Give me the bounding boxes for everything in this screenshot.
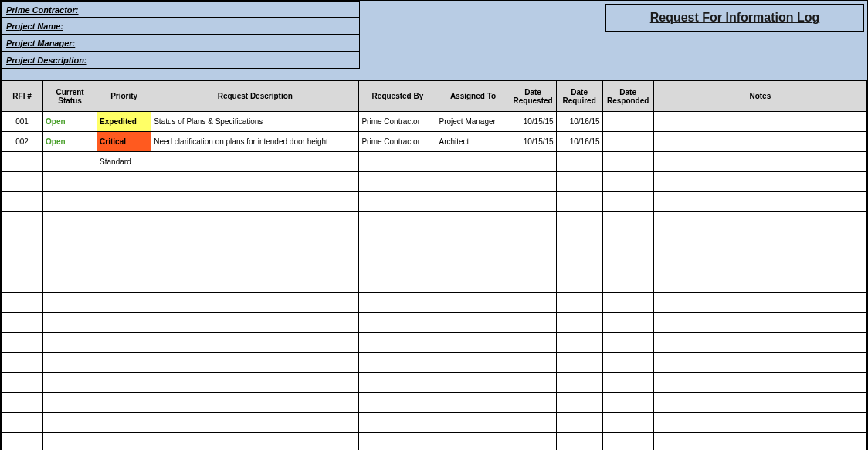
empty-cell[interactable]: [556, 293, 602, 313]
empty-cell[interactable]: [436, 333, 510, 353]
empty-cell[interactable]: [359, 393, 436, 413]
empty-cell[interactable]: [359, 353, 436, 373]
empty-cell[interactable]: [151, 172, 359, 192]
cell-description[interactable]: Need clarification on plans for intended…: [151, 132, 359, 152]
empty-cell[interactable]: [602, 413, 653, 433]
empty-cell[interactable]: [602, 293, 653, 313]
empty-cell[interactable]: [97, 272, 151, 293]
empty-cell[interactable]: [97, 373, 151, 393]
empty-cell[interactable]: [359, 293, 436, 313]
empty-cell[interactable]: [2, 433, 43, 451]
empty-cell[interactable]: [2, 293, 43, 313]
empty-cell[interactable]: [151, 393, 359, 413]
empty-cell[interactable]: [43, 172, 97, 192]
empty-cell[interactable]: [359, 373, 436, 393]
empty-cell[interactable]: [510, 212, 556, 232]
empty-cell[interactable]: [97, 192, 151, 212]
empty-cell[interactable]: [602, 313, 653, 333]
empty-cell[interactable]: [653, 252, 866, 272]
empty-cell[interactable]: [97, 353, 151, 373]
empty-cell[interactable]: [653, 313, 866, 333]
empty-cell[interactable]: [151, 373, 359, 393]
cell-date-requested[interactable]: [510, 152, 556, 172]
cell-assigned-to[interactable]: Project Manager: [436, 112, 510, 132]
empty-cell[interactable]: [556, 232, 602, 252]
empty-cell[interactable]: [43, 272, 97, 293]
empty-cell[interactable]: [151, 252, 359, 272]
empty-cell[interactable]: [151, 272, 359, 293]
empty-cell[interactable]: [2, 192, 43, 212]
empty-cell[interactable]: [602, 353, 653, 373]
empty-cell[interactable]: [510, 353, 556, 373]
cell-date-required[interactable]: 10/16/15: [556, 132, 602, 152]
empty-cell[interactable]: [436, 373, 510, 393]
empty-cell[interactable]: [510, 313, 556, 333]
empty-cell[interactable]: [653, 413, 866, 433]
cell-date-required[interactable]: 10/16/15: [556, 112, 602, 132]
cell-date-responded[interactable]: [602, 112, 653, 132]
empty-cell[interactable]: [436, 172, 510, 192]
empty-cell[interactable]: [510, 413, 556, 433]
cell-requested-by[interactable]: Prime Contractor: [359, 112, 436, 132]
empty-cell[interactable]: [359, 172, 436, 192]
cell-rfi[interactable]: 002: [2, 132, 43, 152]
empty-cell[interactable]: [97, 393, 151, 413]
cell-description[interactable]: [151, 152, 359, 172]
empty-cell[interactable]: [151, 212, 359, 232]
empty-cell[interactable]: [151, 353, 359, 373]
empty-cell[interactable]: [2, 232, 43, 252]
empty-cell[interactable]: [359, 232, 436, 252]
cell-requested-by[interactable]: [359, 152, 436, 172]
empty-cell[interactable]: [151, 313, 359, 333]
cell-notes[interactable]: [653, 112, 866, 132]
empty-cell[interactable]: [436, 433, 510, 451]
empty-cell[interactable]: [2, 313, 43, 333]
empty-cell[interactable]: [43, 353, 97, 373]
empty-cell[interactable]: [556, 272, 602, 293]
cell-status[interactable]: Open: [43, 132, 97, 152]
empty-cell[interactable]: [151, 192, 359, 212]
empty-cell[interactable]: [653, 333, 866, 353]
empty-cell[interactable]: [602, 192, 653, 212]
empty-cell[interactable]: [97, 172, 151, 192]
empty-cell[interactable]: [151, 293, 359, 313]
cell-assigned-to[interactable]: Architect: [436, 132, 510, 152]
empty-cell[interactable]: [97, 413, 151, 433]
empty-cell[interactable]: [510, 272, 556, 293]
empty-cell[interactable]: [436, 192, 510, 212]
empty-cell[interactable]: [2, 373, 43, 393]
empty-cell[interactable]: [436, 353, 510, 373]
empty-cell[interactable]: [359, 192, 436, 212]
empty-cell[interactable]: [556, 353, 602, 373]
empty-cell[interactable]: [436, 293, 510, 313]
empty-cell[interactable]: [510, 333, 556, 353]
cell-rfi[interactable]: 001: [2, 112, 43, 132]
empty-cell[interactable]: [151, 433, 359, 451]
empty-cell[interactable]: [556, 413, 602, 433]
empty-cell[interactable]: [653, 172, 866, 192]
empty-cell[interactable]: [602, 333, 653, 353]
empty-cell[interactable]: [602, 172, 653, 192]
empty-cell[interactable]: [43, 313, 97, 333]
empty-cell[interactable]: [359, 313, 436, 333]
empty-cell[interactable]: [97, 433, 151, 451]
empty-cell[interactable]: [510, 192, 556, 212]
empty-cell[interactable]: [97, 212, 151, 232]
empty-cell[interactable]: [510, 373, 556, 393]
empty-cell[interactable]: [97, 333, 151, 353]
empty-cell[interactable]: [43, 413, 97, 433]
empty-cell[interactable]: [556, 393, 602, 413]
cell-description[interactable]: Status of Plans & Specifications: [151, 112, 359, 132]
empty-cell[interactable]: [359, 433, 436, 451]
cell-date-responded[interactable]: [602, 132, 653, 152]
empty-cell[interactable]: [2, 252, 43, 272]
empty-cell[interactable]: [97, 313, 151, 333]
empty-cell[interactable]: [151, 333, 359, 353]
empty-cell[interactable]: [2, 353, 43, 373]
empty-cell[interactable]: [510, 393, 556, 413]
empty-cell[interactable]: [151, 413, 359, 433]
empty-cell[interactable]: [359, 333, 436, 353]
empty-cell[interactable]: [97, 232, 151, 252]
cell-notes[interactable]: [653, 132, 866, 152]
empty-cell[interactable]: [2, 212, 43, 232]
